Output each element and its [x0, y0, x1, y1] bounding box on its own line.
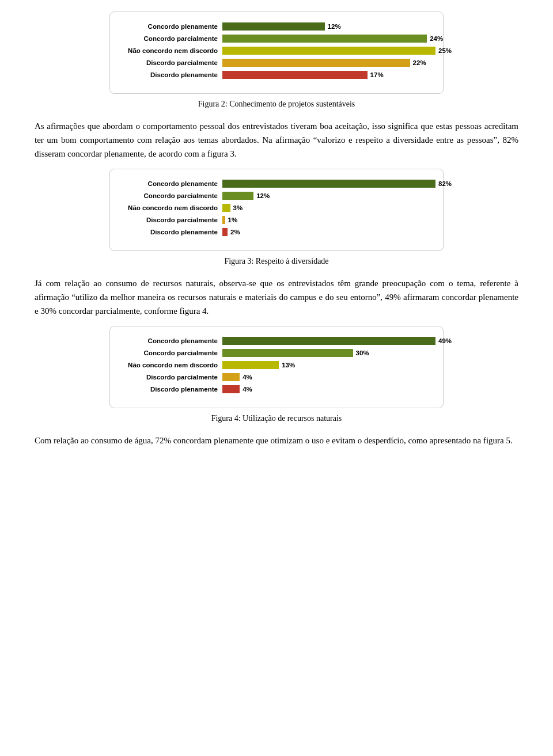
bar-area: 1% — [222, 216, 429, 224]
bar-percentage: 3% — [233, 204, 243, 211]
paragraph1-text: As afirmações que abordam o comportament… — [35, 119, 518, 161]
chart-row: Concordo plenamente82% — [116, 180, 429, 188]
bar-area: 12% — [222, 22, 429, 31]
bar-fill — [222, 59, 410, 67]
bar-percentage: 12% — [328, 23, 341, 30]
bar-fill — [222, 228, 228, 236]
bar-area: 4% — [222, 373, 429, 381]
bar-area: 49% — [222, 337, 452, 345]
bar-percentage: 13% — [282, 362, 295, 368]
bar-area: 12% — [222, 192, 429, 200]
figure2-caption: Figura 2: Conhecimento de projetos suste… — [35, 100, 518, 109]
bar-label: Concordo plenamente — [116, 337, 222, 344]
figure3-container: Concordo plenamente82%Concordo parcialme… — [35, 169, 518, 266]
bar-fill — [222, 192, 253, 200]
figure3-caption: Figura 3: Respeito à diversidade — [35, 257, 518, 266]
bar-percentage: 30% — [356, 349, 369, 356]
bar-label: Discordo parcialmente — [116, 374, 222, 381]
figure4-container: Concordo plenamente49%Concordo parcialme… — [35, 326, 518, 423]
figure3-chart: Concordo plenamente82%Concordo parcialme… — [109, 169, 444, 251]
bar-label: Concordo parcialmente — [116, 349, 222, 356]
bar-percentage: 25% — [438, 47, 452, 54]
bar-area: 82% — [222, 180, 452, 188]
bar-area: 4% — [222, 385, 429, 393]
bar-area: 17% — [222, 71, 429, 79]
bar-percentage: 2% — [230, 229, 240, 235]
bar-fill — [222, 385, 240, 393]
bar-fill — [222, 216, 225, 224]
bar-fill — [222, 35, 427, 43]
bar-label: Discordo parcialmente — [116, 59, 222, 66]
chart-row: Discordo plenamente2% — [116, 228, 429, 236]
chart-row: Discordo parcialmente4% — [116, 373, 429, 381]
chart-row: Concordo parcialmente30% — [116, 349, 429, 357]
figure4-caption: Figura 4: Utilização de recursos naturai… — [35, 414, 518, 423]
bar-fill — [222, 361, 279, 369]
bar-fill — [222, 204, 230, 212]
bar-area: 3% — [222, 204, 429, 212]
bar-fill — [222, 337, 435, 345]
chart-row: Discordo plenamente17% — [116, 71, 429, 79]
bar-area: 30% — [222, 349, 429, 357]
bar-percentage: 12% — [256, 192, 270, 199]
bar-area: 24% — [222, 35, 443, 43]
bar-fill — [222, 47, 435, 55]
chart-row: Concordo plenamente12% — [116, 22, 429, 31]
bar-label: Concordo parcialmente — [116, 192, 222, 199]
bar-percentage: 4% — [243, 374, 252, 381]
chart-row: Concordo parcialmente24% — [116, 35, 429, 43]
bar-fill — [222, 71, 368, 79]
bar-label: Discordo plenamente — [116, 386, 222, 393]
bar-label: Discordo plenamente — [116, 229, 222, 235]
bar-label: Discordo plenamente — [116, 71, 222, 78]
bar-area: 13% — [222, 361, 429, 369]
chart-row: Não concordo nem discordo3% — [116, 204, 429, 212]
chart-row: Discordo plenamente4% — [116, 385, 429, 393]
chart-row: Não concordo nem discordo25% — [116, 47, 429, 55]
bar-fill — [222, 349, 353, 357]
figure4-chart: Concordo plenamente49%Concordo parcialme… — [109, 326, 444, 408]
bar-label: Discordo parcialmente — [116, 216, 222, 223]
bar-percentage: 4% — [243, 386, 252, 393]
bar-label: Concordo plenamente — [116, 180, 222, 187]
bar-fill — [222, 22, 325, 31]
figure2-container: Concordo plenamente12%Concordo parcialme… — [35, 12, 518, 109]
chart-row: Concordo plenamente49% — [116, 337, 429, 345]
bar-fill — [222, 373, 240, 381]
chart-row: Discordo parcialmente22% — [116, 59, 429, 67]
chart-row: Discordo parcialmente1% — [116, 216, 429, 224]
bar-percentage: 1% — [228, 216, 238, 223]
bar-percentage: 22% — [413, 59, 426, 66]
bar-area: 22% — [222, 59, 429, 67]
bar-area: 2% — [222, 228, 429, 236]
bar-label: Não concordo nem discordo — [116, 47, 222, 54]
chart-row: Concordo parcialmente12% — [116, 192, 429, 200]
figure2-chart: Concordo plenamente12%Concordo parcialme… — [109, 12, 444, 94]
bar-percentage: 49% — [438, 337, 452, 344]
bar-percentage: 82% — [438, 180, 452, 187]
chart-row: Não concordo nem discordo13% — [116, 361, 429, 369]
bar-label: Não concordo nem discordo — [116, 362, 222, 368]
bar-area: 25% — [222, 47, 452, 55]
paragraph2-text: Já com relação ao consumo de recursos na… — [35, 276, 518, 318]
bar-percentage: 24% — [430, 35, 443, 42]
bar-label: Não concordo nem discordo — [116, 204, 222, 211]
bar-percentage: 17% — [370, 71, 384, 78]
bar-fill — [222, 180, 435, 188]
paragraph3-text: Com relação ao consumo de água, 72% conc… — [35, 434, 518, 447]
bar-label: Concordo plenamente — [116, 23, 222, 30]
bar-label: Concordo parcialmente — [116, 35, 222, 42]
